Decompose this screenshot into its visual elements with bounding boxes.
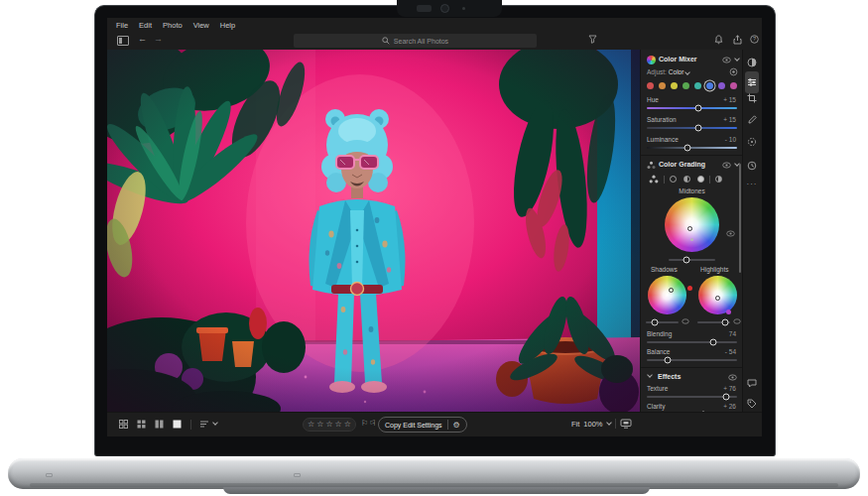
photo-canvas[interactable] [107, 50, 640, 412]
saturation-knob[interactable] [694, 125, 701, 132]
star-icon[interactable]: ☆ [335, 421, 342, 429]
gear-icon[interactable]: ⚙ [453, 421, 460, 430]
channel-dot-orange[interactable] [659, 82, 666, 89]
history-clock-icon[interactable] [747, 161, 757, 171]
edit-panel: Color Mixer Adjust: Color [640, 50, 742, 412]
fit-button[interactable]: Fit [571, 420, 579, 429]
shadows-hue-dot [687, 286, 692, 291]
share-icon[interactable] [733, 35, 742, 45]
star-icon[interactable]: ☆ [308, 421, 314, 429]
notifications-bell-icon[interactable] [714, 35, 723, 45]
filter-icon[interactable] [588, 35, 597, 44]
balance-slider[interactable] [647, 359, 737, 361]
menu-item-photo[interactable]: Photo [163, 21, 183, 30]
lightroom-app: File Edit Photo View Help ← → Search All… [107, 18, 762, 436]
balance-knob[interactable] [664, 357, 671, 364]
hue-knob[interactable] [694, 105, 701, 112]
menu-item-file[interactable]: File [116, 21, 128, 30]
channel-dot-blue[interactable] [706, 82, 713, 89]
brush-icon[interactable] [747, 115, 757, 125]
highlights-luminance-knob[interactable] [721, 319, 728, 326]
chevron-down-icon[interactable] [212, 420, 218, 426]
saturation-slider[interactable] [647, 127, 737, 129]
star-icon[interactable]: ☆ [344, 421, 351, 429]
comment-icon[interactable] [747, 379, 757, 388]
global-wheel-icon[interactable] [715, 176, 722, 183]
adjust-label: Adjust: [647, 68, 667, 75]
channel-dot-yellow[interactable] [671, 82, 678, 89]
channel-dot-magenta[interactable] [730, 82, 737, 89]
color-grading-header[interactable]: Color Grading [641, 159, 743, 172]
eye-icon[interactable] [722, 162, 731, 169]
channel-dot-red[interactable] [647, 82, 654, 89]
midtones-wheel-icon[interactable] [683, 176, 690, 183]
panel-scrollbar[interactable] [739, 164, 741, 273]
balance-value: - 54 [725, 348, 736, 355]
healing-icon[interactable] [747, 137, 757, 147]
tag-icon[interactable] [747, 399, 757, 409]
back-arrow-icon[interactable]: ← [138, 34, 147, 44]
square-grid-view-icon[interactable] [137, 420, 146, 429]
edit-sliders-tool[interactable] [745, 71, 759, 93]
texture-knob[interactable] [723, 394, 730, 401]
midtones-color-wheel[interactable] [665, 197, 719, 252]
adjust-selector[interactable]: Adjust: Color [647, 68, 689, 75]
luminance-label: Luminance [647, 136, 679, 143]
luminance-value: - 10 [725, 136, 736, 143]
pick-flag-icon[interactable]: ⚐ [361, 419, 368, 428]
channel-dot-purple[interactable] [718, 82, 725, 89]
eye-icon[interactable] [733, 318, 741, 324]
midtones-wheel-marker[interactable] [687, 226, 692, 231]
reject-flag-icon[interactable]: ⚐ [369, 419, 376, 428]
effects-header[interactable]: Effects [641, 371, 743, 384]
more-options-icon[interactable]: ··· [747, 180, 758, 188]
shadows-wheel-icon[interactable] [670, 176, 677, 183]
midtones-luminance-slider[interactable] [669, 259, 715, 261]
blending-slider[interactable] [647, 341, 737, 343]
highlights-luminance-slider[interactable] [697, 321, 730, 323]
crop-icon[interactable] [747, 93, 757, 103]
channel-dot-green[interactable] [682, 82, 689, 89]
shadows-color-wheel[interactable] [648, 276, 686, 314]
blending-knob[interactable] [710, 339, 717, 346]
eye-icon[interactable] [728, 374, 737, 381]
webcam-led [462, 7, 465, 10]
grid-panel-toggle-icon[interactable] [117, 36, 129, 46]
texture-slider[interactable] [647, 396, 737, 398]
luminance-knob[interactable] [683, 145, 690, 152]
detail-view-icon[interactable] [173, 420, 182, 429]
menu-item-help[interactable]: Help [220, 21, 235, 30]
midtones-luminance-knob[interactable] [682, 257, 689, 264]
monitor-icon[interactable] [620, 419, 632, 429]
target-adjust-icon[interactable] [729, 67, 738, 76]
compare-view-icon[interactable] [155, 420, 164, 429]
copy-edit-settings-button[interactable]: Copy Edit Settings ⚙ [378, 417, 467, 433]
forward-arrow-icon[interactable]: → [154, 34, 163, 44]
star-icon[interactable]: ☆ [316, 421, 323, 429]
eye-icon[interactable] [682, 318, 689, 324]
auto-adjust-icon[interactable] [747, 58, 757, 67]
highlights-wheel-icon[interactable] [697, 176, 704, 183]
zoom-level[interactable]: 100% [583, 420, 602, 429]
shadows-wheel-marker[interactable] [669, 288, 674, 293]
hue-slider[interactable] [647, 107, 737, 109]
menu-item-edit[interactable]: Edit [139, 21, 152, 30]
three-way-icon[interactable] [649, 175, 659, 184]
shadows-luminance-slider[interactable] [646, 321, 679, 323]
eye-icon[interactable] [722, 57, 731, 63]
clarity-value: + 26 [723, 403, 736, 410]
luminance-slider[interactable] [647, 147, 737, 149]
star-icon[interactable]: ☆ [325, 421, 332, 429]
eye-icon[interactable] [726, 230, 735, 237]
grid-view-icon[interactable] [119, 420, 128, 429]
search-icon [382, 37, 390, 45]
color-mixer-header[interactable]: Color Mixer [641, 54, 743, 66]
menu-item-view[interactable]: View [193, 21, 209, 30]
highlights-wheel-marker[interactable] [715, 296, 720, 301]
channel-dot-teal[interactable] [694, 82, 701, 89]
webcam-lens [440, 4, 449, 13]
help-icon[interactable]: ? [750, 35, 759, 44]
shadows-luminance-knob[interactable] [651, 319, 658, 326]
sort-icon[interactable] [199, 420, 209, 429]
search-input[interactable]: Search All Photos [294, 34, 537, 48]
